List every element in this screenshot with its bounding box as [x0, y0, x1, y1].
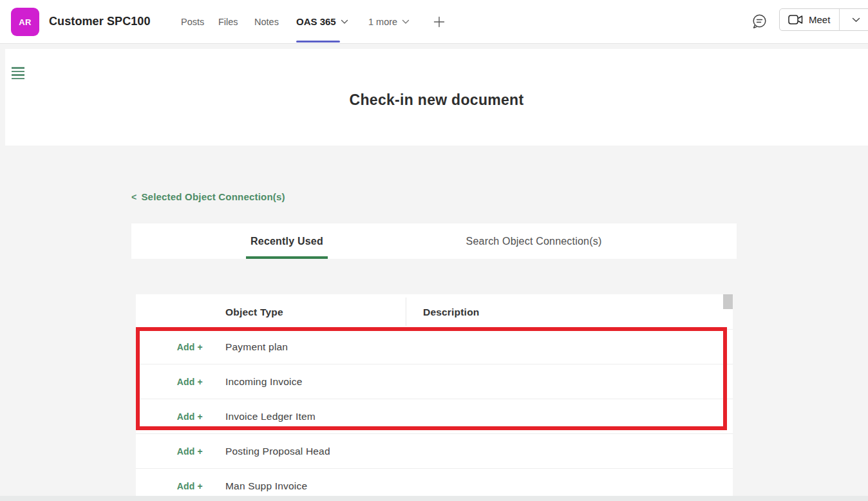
bottom-scroll-strip	[0, 496, 868, 501]
add-tab-button[interactable]	[432, 0, 446, 43]
add-button[interactable]: Add +	[171, 399, 203, 433]
back-link-selected-object-connections[interactable]: < Selected Object Connection(s)	[131, 191, 285, 202]
meet-options-button[interactable]	[840, 9, 868, 30]
add-button[interactable]: Add +	[171, 330, 203, 364]
table-row: Add + Man Supp Invoice	[136, 469, 733, 496]
chevron-down-icon	[852, 17, 860, 23]
tab-search-object-connections[interactable]: Search Object Connection(s)	[449, 223, 618, 259]
column-header-description: Description	[423, 294, 479, 330]
tab-oas-365-label: OAS 365	[296, 16, 336, 27]
table-row: Add + Posting Proposal Head	[136, 434, 733, 469]
connection-tabs: Recently Used Search Object Connection(s…	[131, 223, 737, 259]
chat-button[interactable]	[749, 10, 769, 32]
tab-oas-365[interactable]: OAS 365	[296, 0, 348, 43]
tab-notes[interactable]: Notes	[254, 0, 279, 43]
object-connections-table: Object Type Description Add + Payment pl…	[136, 294, 733, 496]
meet-split-button: Meet	[779, 8, 868, 31]
add-button[interactable]: Add +	[171, 364, 203, 399]
hamburger-menu-icon[interactable]	[8, 66, 28, 82]
column-header-object-type: Object Type	[225, 294, 283, 330]
teams-header-bar: AR Customer SPC100 Posts Files Notes OAS…	[0, 0, 868, 44]
object-type-cell: Incoming Invoice	[225, 364, 303, 399]
table-row: Add + Invoice Ledger Item	[136, 399, 733, 434]
back-link-label: Selected Object Connection(s)	[141, 191, 285, 202]
table-row: Add + Payment plan	[136, 330, 733, 364]
object-type-cell: Payment plan	[225, 330, 288, 364]
tab-recently-used[interactable]: Recently Used	[246, 223, 328, 259]
column-divider	[406, 298, 406, 326]
active-tab-underline	[246, 256, 328, 259]
meet-button-label: Meet	[809, 14, 830, 25]
table-row: Add + Incoming Invoice	[136, 364, 733, 399]
tab-1-more-label: 1 more	[368, 17, 397, 27]
tab-files[interactable]: Files	[218, 0, 238, 43]
page-title: Check-in new document	[5, 91, 868, 109]
back-chevron-icon: <	[131, 192, 137, 202]
chevron-down-icon	[341, 19, 348, 24]
object-type-cell: Man Supp Invoice	[225, 469, 307, 496]
table-scrollbar-thumb[interactable]	[723, 294, 733, 309]
page-header-card: Check-in new document	[5, 49, 868, 146]
tab-notes-label: Notes	[254, 17, 279, 27]
tab-posts[interactable]: Posts	[181, 0, 204, 43]
active-tab-indicator	[296, 41, 340, 43]
tab-content-area: Check-in new document < Selected Object …	[0, 44, 868, 501]
object-type-cell: Invoice Ledger Item	[225, 399, 316, 433]
tab-files-label: Files	[218, 17, 238, 27]
tab-posts-label: Posts	[181, 17, 204, 27]
chat-bubble-icon	[750, 12, 768, 30]
add-button[interactable]: Add +	[171, 434, 203, 468]
object-type-cell: Posting Proposal Head	[225, 434, 330, 468]
team-title: Customer SPC100	[49, 0, 151, 43]
team-avatar[interactable]: AR	[11, 8, 39, 36]
add-button[interactable]: Add +	[171, 469, 203, 496]
tab-1-more[interactable]: 1 more	[368, 0, 410, 43]
video-camera-icon	[788, 14, 803, 25]
plus-icon	[432, 15, 446, 29]
meet-button[interactable]: Meet	[780, 9, 839, 30]
table-header-row: Object Type Description	[136, 294, 733, 330]
app-window: AR Customer SPC100 Posts Files Notes OAS…	[0, 0, 868, 501]
chevron-down-icon	[402, 19, 410, 24]
